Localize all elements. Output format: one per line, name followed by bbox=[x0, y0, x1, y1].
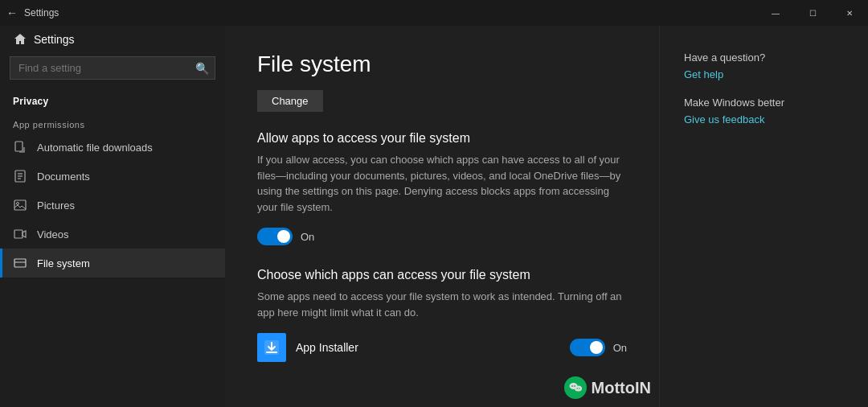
better-title: Make Windows better bbox=[684, 97, 852, 109]
search-input[interactable] bbox=[10, 56, 215, 80]
allow-toggle-row: On bbox=[257, 228, 627, 245]
sidebar-item-file-system[interactable]: File system bbox=[0, 249, 225, 278]
right-panel: Have a question? Get help Make Windows b… bbox=[659, 26, 868, 407]
sidebar-item-videos[interactable]: Videos bbox=[0, 220, 225, 249]
file-download-icon bbox=[13, 140, 27, 154]
choose-section: Choose which apps can access your file s… bbox=[257, 268, 627, 362]
allow-toggle[interactable] bbox=[257, 228, 293, 245]
main-content: File system Change Allow apps to access … bbox=[225, 26, 659, 407]
sidebar-item-pictures[interactable]: Pictures bbox=[0, 191, 225, 220]
allow-toggle-label: On bbox=[301, 231, 314, 243]
sidebar-label-automatic-downloads: Automatic file downloads bbox=[37, 142, 153, 154]
svg-rect-7 bbox=[14, 230, 23, 238]
app-installer-icon bbox=[263, 339, 280, 356]
pictures-icon bbox=[13, 198, 27, 212]
app-permissions-label: App permissions bbox=[0, 110, 225, 133]
svg-point-14 bbox=[571, 385, 573, 387]
sidebar-item-automatic-downloads[interactable]: Automatic file downloads bbox=[0, 133, 225, 162]
search-container: 🔍 bbox=[10, 56, 215, 80]
titlebar-left: ← Settings bbox=[6, 6, 59, 19]
change-button[interactable]: Change bbox=[257, 90, 323, 112]
get-help-link[interactable]: Get help bbox=[684, 68, 852, 80]
close-button[interactable]: ✕ bbox=[831, 0, 868, 26]
svg-point-16 bbox=[576, 388, 578, 389]
app-installer-row: App Installer On bbox=[257, 333, 627, 362]
titlebar: ← Settings — ☐ ✕ bbox=[0, 0, 868, 26]
app-installer-toggle-knob bbox=[590, 341, 603, 354]
home-item[interactable]: Settings bbox=[0, 26, 225, 53]
back-icon: ← bbox=[6, 6, 18, 19]
choose-section-title: Choose which apps can access your file s… bbox=[257, 268, 627, 282]
app-installer-toggle-area: On bbox=[570, 339, 627, 356]
filesystem-icon bbox=[13, 256, 27, 270]
allow-toggle-knob bbox=[277, 230, 290, 243]
app-installer-toggle[interactable] bbox=[570, 339, 605, 356]
choose-section-desc: Some apps need to access your file syste… bbox=[257, 289, 627, 320]
videos-icon bbox=[13, 227, 27, 241]
svg-rect-0 bbox=[15, 142, 23, 151]
home-label: Settings bbox=[34, 33, 75, 46]
app-body: Settings 🔍 Privacy App permissions Autom… bbox=[0, 26, 868, 407]
sidebar: Settings 🔍 Privacy App permissions Autom… bbox=[0, 26, 225, 407]
svg-point-17 bbox=[579, 388, 580, 389]
home-icon bbox=[13, 32, 27, 47]
feedback-link[interactable]: Give us feedback bbox=[684, 113, 852, 125]
question-title: Have a question? bbox=[684, 51, 852, 64]
watermark: MottoIN bbox=[564, 376, 651, 399]
documents-icon bbox=[13, 169, 27, 183]
svg-rect-8 bbox=[14, 259, 26, 267]
wechat-icon bbox=[564, 376, 587, 399]
sidebar-label-file-system: File system bbox=[37, 257, 90, 269]
allow-section: Allow apps to access your file system If… bbox=[257, 131, 627, 245]
allow-section-desc: If you allow access, you can choose whic… bbox=[257, 152, 627, 215]
app-installer-toggle-label: On bbox=[613, 342, 627, 354]
allow-section-title: Allow apps to access your file system bbox=[257, 131, 627, 146]
watermark-text: MottoIN bbox=[592, 379, 651, 397]
page-title: File system bbox=[257, 51, 627, 77]
app-installer-name: App Installer bbox=[296, 341, 560, 354]
svg-rect-5 bbox=[14, 200, 26, 210]
svg-point-6 bbox=[17, 203, 19, 205]
app-installer-icon-box bbox=[257, 333, 286, 362]
sidebar-label-videos: Videos bbox=[37, 228, 69, 240]
maximize-button[interactable]: ☐ bbox=[794, 0, 831, 26]
titlebar-controls: — ☐ ✕ bbox=[757, 0, 868, 26]
search-icon: 🔍 bbox=[195, 62, 209, 75]
svg-point-15 bbox=[574, 385, 575, 387]
svg-point-13 bbox=[575, 386, 582, 392]
sidebar-section-title: Privacy bbox=[0, 89, 225, 110]
sidebar-label-documents: Documents bbox=[37, 171, 90, 183]
minimize-button[interactable]: — bbox=[757, 0, 794, 26]
sidebar-item-documents[interactable]: Documents bbox=[0, 162, 225, 191]
sidebar-label-pictures: Pictures bbox=[37, 199, 75, 212]
titlebar-title: Settings bbox=[24, 7, 59, 18]
